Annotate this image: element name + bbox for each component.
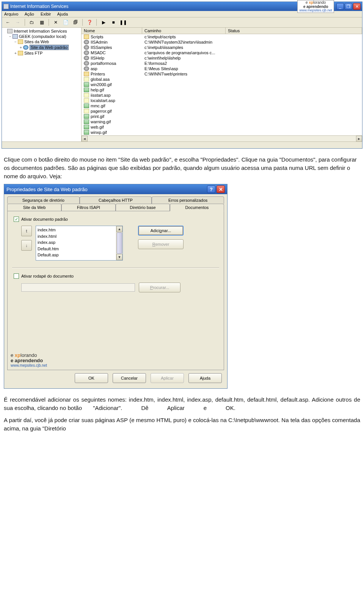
tree-item[interactable]: Internet Information Services [3, 28, 80, 34]
tab-seguranca[interactable]: Segurança de diretório [7, 196, 80, 204]
list-row[interactable]: IISSamplesc:\inetpub\iissamples [82, 45, 362, 50]
list-row[interactable]: portalformosaE:\formosa2 [82, 61, 362, 66]
file-icon [84, 72, 89, 76]
tree-label: Sites FTP [24, 51, 42, 55]
up-button[interactable]: 🗀 [28, 19, 36, 26]
dialog-close-button[interactable]: ✕ [217, 185, 225, 193]
tab-erros[interactable]: Erros personalizados [152, 196, 224, 204]
window-title: Internet Information Services [10, 4, 68, 9]
col-name[interactable]: Nome [82, 28, 142, 34]
back-button[interactable]: ← [4, 19, 12, 26]
tab-cabecalhos[interactable]: Cabeçalhos HTTP [80, 196, 152, 204]
checkbox-ativar-documento[interactable]: ✓ [14, 217, 19, 222]
tree-item[interactable]: +Sites FTP [3, 50, 80, 56]
cancel-button[interactable]: Cancelar [113, 373, 146, 383]
dialog-help-button[interactable]: ? [207, 185, 215, 193]
doc-list-item[interactable]: index.html [38, 233, 115, 240]
list-row[interactable]: localstart.asp [82, 98, 362, 103]
doc-list-item[interactable]: index.asp [38, 239, 115, 246]
file-icon [84, 104, 89, 108]
list-row[interactable]: pagerror.gif [82, 108, 362, 114]
list-row[interactable]: help.gif [82, 87, 362, 93]
file-path [142, 119, 226, 124]
checkbox-rodape[interactable]: ✓ [14, 273, 19, 279]
remove-button[interactable]: Remover [138, 239, 184, 249]
apply-button[interactable]: Aplicar [151, 373, 184, 383]
help-button[interactable]: ❓ [86, 19, 93, 26]
file-path [142, 98, 226, 103]
maximize-button[interactable]: ❐ [345, 3, 352, 10]
col-path[interactable]: Caminho [142, 28, 226, 34]
ok-button[interactable]: OK [75, 373, 108, 383]
file-icon [84, 77, 89, 82]
list-row[interactable]: print.gif [82, 114, 362, 119]
list-row[interactable]: MSADCc:\arquivos de programas\arquivos c… [82, 50, 362, 55]
label-ativar-documento: Ativar documento padrão [21, 217, 68, 221]
list-row[interactable]: Scriptsc:\inetpub\scripts [82, 34, 362, 39]
properties-button[interactable]: 📄 [62, 19, 69, 26]
file-icon [84, 114, 89, 119]
tab-diretorio[interactable]: Diretório base [116, 204, 170, 211]
scroll-thumb[interactable] [117, 232, 122, 254]
file-name: web.gif [91, 125, 104, 129]
list-row[interactable]: IISAdminC:\WINNT\system32\inetsrv\iisadm… [82, 39, 362, 45]
file-name: mmc.gif [91, 104, 105, 108]
stop-button[interactable]: ■ [110, 19, 117, 26]
delete-button[interactable]: ✕ [52, 19, 60, 26]
app-icon [3, 4, 9, 9]
file-icon [84, 35, 89, 39]
doc-list-item[interactable]: Default.asp [38, 252, 115, 258]
list-row[interactable]: IISHelpc:\winnt\help\iishelp [82, 55, 362, 61]
scroll-left-icon[interactable]: ◄ [82, 136, 88, 142]
list-row[interactable]: win2000.gif [82, 82, 362, 87]
tree-item[interactable]: −GEEK (computador local) [3, 34, 80, 39]
minimize-button[interactable]: _ [336, 3, 344, 10]
file-path [142, 103, 226, 108]
move-up-button[interactable]: t [21, 226, 32, 236]
file-icon [84, 88, 89, 92]
forward-button[interactable]: → [14, 19, 22, 26]
move-down-button[interactable]: ↓ [21, 240, 32, 251]
list-row[interactable]: PrintersC:\WINNT\web\printers [82, 71, 362, 77]
menu-ajuda[interactable]: Ajuda [57, 12, 68, 16]
list-row[interactable]: aspE:\Meus Sites\asp [82, 66, 362, 71]
list-row[interactable]: global.asa [82, 77, 362, 82]
close-button[interactable]: ✕ [353, 3, 361, 10]
props-button[interactable]: ▦ [38, 19, 46, 26]
footer-path-input[interactable] [21, 283, 135, 292]
menu-acao[interactable]: Ação [25, 12, 34, 16]
list-row[interactable]: warning.gif [82, 119, 362, 124]
browse-button[interactable]: Procurar... [139, 283, 180, 292]
play-button[interactable]: ▶ [100, 19, 107, 26]
hscroll[interactable]: ◄ ► [82, 135, 362, 141]
list-row[interactable]: web.gif [82, 124, 362, 130]
scroll-right-icon[interactable]: ► [356, 136, 362, 142]
file-path [142, 130, 226, 135]
file-icon [84, 66, 89, 71]
tab-site[interactable]: Site da Web [7, 204, 61, 211]
tab-documentos[interactable]: Documentos [170, 204, 224, 211]
pause-button[interactable]: ❚❚ [119, 19, 127, 26]
scroll-down-icon[interactable]: ▼ [116, 254, 122, 260]
default-docs-listbox[interactable]: index.htmindex.htmlindex.aspDefault.htmD… [36, 226, 123, 261]
add-button[interactable]: Adicionar... [138, 226, 184, 236]
scroll-up-icon[interactable]: ▲ [116, 226, 122, 232]
help-button-dlg[interactable]: Ajuda [188, 373, 222, 383]
dialog-title: Propriedades de Site da Web padrão [6, 187, 88, 192]
menu-exibir[interactable]: Exibir [41, 12, 51, 16]
tree-item[interactable]: −Sites da Web [3, 39, 80, 44]
vscroll[interactable]: ▲ ▼ [116, 226, 122, 260]
tree-item[interactable]: +Site da Web padrão [3, 44, 80, 50]
doc-list-item[interactable]: Default.htm [38, 246, 115, 252]
menu-arquivo[interactable]: Arquivo [4, 12, 18, 16]
col-status[interactable]: Status [226, 28, 362, 34]
list-body[interactable]: Scriptsc:\inetpub\scriptsIISAdminC:\WINN… [82, 34, 362, 135]
list-row[interactable]: mmc.gif [82, 103, 362, 108]
list-row[interactable]: winxp.gif [82, 130, 362, 135]
tree-pane[interactable]: Internet Information Services−GEEK (comp… [2, 28, 82, 141]
ico-server-icon [7, 29, 13, 33]
list-row[interactable]: iisstart.asp [82, 93, 362, 98]
tab-filtros[interactable]: Filtros ISAPI [61, 204, 116, 211]
doc-list-item[interactable]: index.htm [38, 227, 115, 233]
refresh-button[interactable]: 🗐 [72, 19, 79, 26]
